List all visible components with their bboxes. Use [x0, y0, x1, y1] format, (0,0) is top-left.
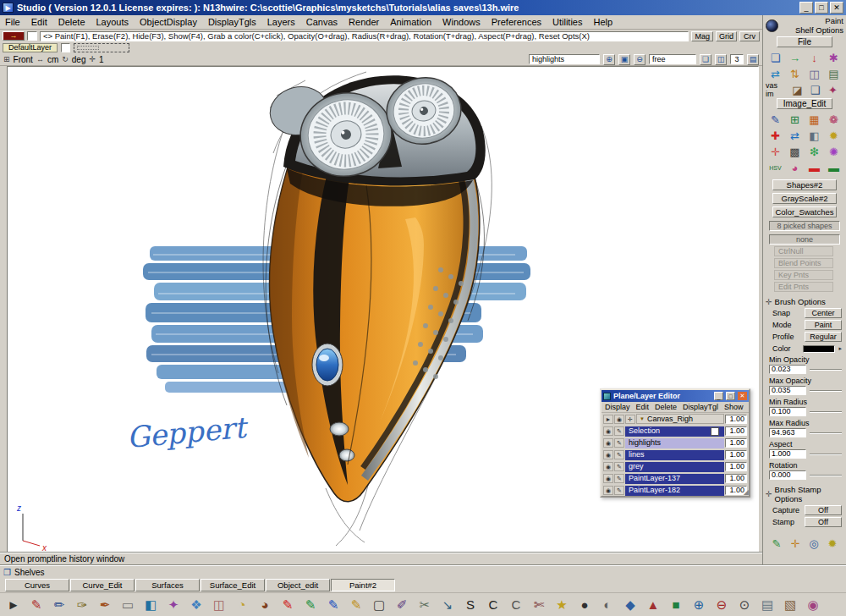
canvas-plane-opacity[interactable]: 1.00: [725, 415, 747, 424]
layer-name[interactable]: PaintLayer-182: [625, 486, 724, 496]
soft-brush-icon[interactable]: ◐: [596, 595, 618, 615]
grid-button[interactable]: Grid: [716, 31, 737, 41]
editor-minimize-button[interactable]: _: [714, 392, 723, 400]
hsv-icon[interactable]: HSV: [766, 160, 784, 176]
ctrlnull-item[interactable]: CtrlNull: [774, 246, 833, 256]
square-brush-icon[interactable]: ■: [665, 595, 687, 615]
layer-row-lines[interactable]: ◉ ✎ lines 1.00: [602, 449, 749, 460]
smear-letter-icon[interactable]: S: [459, 595, 481, 615]
star-brush-icon[interactable]: ★: [551, 595, 573, 615]
layer-color-box[interactable]: [61, 43, 70, 52]
crv-button[interactable]: Crv: [739, 31, 760, 41]
page-icon[interactable]: ❏: [700, 54, 711, 65]
layer-visibility-icon[interactable]: ◉: [603, 450, 613, 459]
layer-paint-icon[interactable]: ✎: [614, 438, 624, 448]
layer-paint-icon[interactable]: ✎: [614, 486, 624, 495]
aspect-slider[interactable]: [810, 454, 842, 455]
layer-row-grey[interactable]: ◉ ✎ grey 1.00: [602, 461, 749, 472]
editor-menu-display[interactable]: Display: [605, 403, 630, 411]
angle-unit-label[interactable]: deg: [72, 55, 86, 64]
active-layer-chip[interactable]: DefaultLayer: [3, 43, 58, 52]
visibility-icon[interactable]: ◉: [614, 415, 624, 424]
clone-tool-icon[interactable]: ◫: [208, 595, 230, 615]
print-icon[interactable]: ▤: [825, 66, 843, 82]
yellow-brush-icon[interactable]: ✎: [345, 595, 367, 615]
camera-icon[interactable]: ◫: [715, 54, 727, 65]
blend-points-item[interactable]: Blend Points: [774, 258, 833, 268]
paint-canvas[interactable]: Geppert z x Plane/Layer Editor _ □ ✕ Dis…: [7, 66, 759, 553]
layer-opacity-value[interactable]: 1.00: [725, 426, 747, 436]
close-button[interactable]: ✕: [830, 2, 843, 14]
export-image-icon[interactable]: ⇅: [786, 66, 804, 82]
editor-menu-show[interactable]: Show: [724, 403, 744, 411]
shapes-button[interactable]: Shapes#2: [772, 179, 837, 190]
page-number-field[interactable]: 3: [730, 54, 744, 64]
layer-name[interactable]: grey: [625, 462, 724, 472]
layer-name[interactable]: PaintLayer-137: [625, 474, 724, 484]
layer-visibility-icon[interactable]: ◉: [603, 462, 613, 471]
layer-row-paintlayer-182[interactable]: ◉ ✎ PaintLayer-182 1.00: [602, 485, 749, 496]
move-plane-icon[interactable]: ✛: [625, 415, 635, 424]
add-layer-icon[interactable]: ⊕: [688, 595, 710, 615]
layer-opacity-value[interactable]: 1.00: [725, 450, 747, 459]
menu-help[interactable]: Help: [593, 17, 613, 27]
menu-windows[interactable]: Windows: [442, 17, 481, 27]
half-square-icon[interactable]: ◧: [805, 128, 823, 144]
max-opacity-slider[interactable]: [810, 390, 842, 392]
menu-preferences[interactable]: Preferences: [492, 17, 541, 27]
menu-file[interactable]: File: [5, 17, 20, 27]
brush-options-header[interactable]: ✛ Brush Options: [766, 297, 843, 306]
grayscale-button[interactable]: GrayScale#2: [772, 193, 837, 204]
swap-icon[interactable]: ⇄: [786, 128, 804, 144]
aspect-input[interactable]: 1.000: [769, 449, 806, 459]
menu-layouts[interactable]: Layouts: [96, 17, 129, 27]
rotation-slider[interactable]: [810, 475, 842, 476]
layer-visibility-icon[interactable]: ◉: [603, 486, 613, 495]
select-rect-icon[interactable]: ▢: [368, 595, 390, 615]
max-opacity-input[interactable]: 0.035: [769, 386, 806, 395]
mode-dropdown[interactable]: free: [649, 54, 696, 64]
grid-add-icon[interactable]: ⊞: [786, 112, 804, 128]
min-opacity-slider[interactable]: [810, 369, 842, 371]
max-radius-slider[interactable]: [810, 432, 842, 434]
menu-render[interactable]: Render: [349, 17, 379, 27]
color-wheel-icon[interactable]: ◕: [786, 160, 804, 176]
diamond-brush-icon[interactable]: ◆: [619, 595, 641, 615]
burst-icon[interactable]: ✺: [825, 144, 843, 160]
layer-name[interactable]: Selection ✓: [625, 426, 724, 437]
stamp-value-button[interactable]: Off: [805, 517, 842, 527]
min-opacity-input[interactable]: 0.023: [769, 365, 806, 374]
plus-icon[interactable]: ✛: [766, 144, 784, 160]
rotation-input[interactable]: 0.000: [769, 470, 806, 480]
editor-close-button[interactable]: ✕: [738, 392, 747, 400]
tab-paint2[interactable]: Paint#2: [331, 579, 395, 591]
layer-row-paintlayer-137[interactable]: ◉ ✎ PaintLayer-137 1.00: [602, 473, 749, 484]
min-radius-input[interactable]: 0.100: [769, 407, 806, 416]
triangle-brush-icon[interactable]: ▲: [642, 595, 664, 615]
maximize-button[interactable]: □: [815, 2, 828, 14]
sparkle-icon[interactable]: ❇: [805, 144, 823, 160]
key-pnts-item[interactable]: Key Pnts: [774, 270, 833, 280]
menu-edit[interactable]: Edit: [31, 17, 47, 27]
burn-tool-icon[interactable]: ◕: [254, 595, 276, 615]
prompt-mini-box[interactable]: [27, 31, 37, 41]
promptline-status[interactable]: Open promptline history window: [0, 553, 762, 565]
marker-tool-icon[interactable]: ✒: [94, 595, 116, 615]
mode-value-button[interactable]: Paint: [805, 320, 842, 330]
eraser-tool-icon[interactable]: ▭: [117, 595, 139, 615]
layer-opacity-value[interactable]: 1.00: [725, 462, 747, 471]
tab-surfaces[interactable]: Surfaces: [135, 579, 200, 591]
open-canvas-icon[interactable]: →: [786, 50, 804, 66]
save-as-icon[interactable]: ✱: [825, 50, 843, 66]
menu-delete[interactable]: Delete: [58, 17, 85, 27]
layer-visibility-icon[interactable]: ◉: [603, 474, 613, 483]
green-pill-icon[interactable]: ▬: [825, 160, 843, 176]
brush-color-swatch[interactable]: [803, 345, 835, 353]
tab-surface-edit[interactable]: Surface_Edit: [201, 579, 265, 591]
fill-tool-icon[interactable]: ◧: [140, 595, 162, 615]
snapshot-icon[interactable]: ◫: [805, 66, 823, 82]
menu-objectdisplay[interactable]: ObjectDisplay: [140, 17, 197, 27]
editor-menu-displaytgl[interactable]: DisplayTgl: [683, 403, 718, 411]
scale-tool-icon[interactable]: ↘: [437, 595, 459, 615]
menu-utilities[interactable]: Utilities: [552, 17, 582, 27]
